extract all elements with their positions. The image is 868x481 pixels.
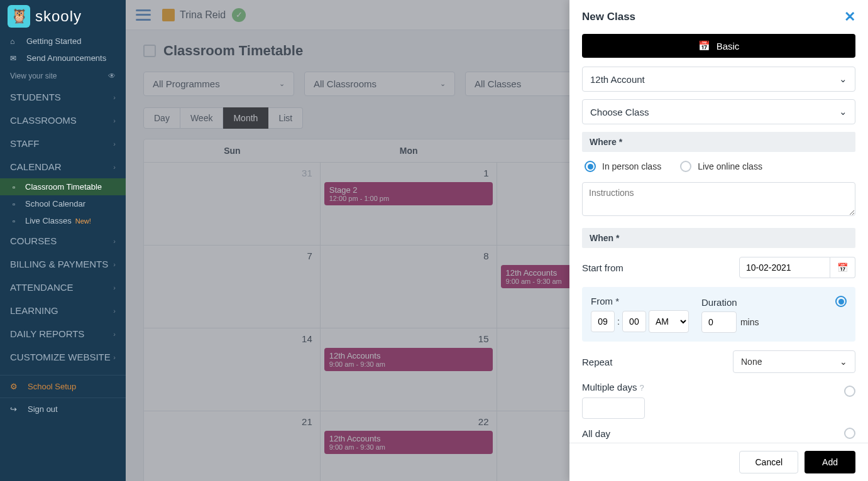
time-block: From * : AM Duration mins: [582, 287, 855, 342]
instructions-textarea[interactable]: [582, 182, 855, 216]
class-select[interactable]: Choose Class ⌄: [582, 99, 855, 124]
when-section-label: When *: [582, 228, 855, 248]
start-from-label: Start from: [582, 262, 624, 273]
chevron-right-icon: ›: [113, 94, 116, 101]
sidebar-quick-link[interactable]: ⌂Getting Started: [0, 33, 126, 50]
sidebar-section[interactable]: STUDENTS›: [0, 85, 126, 109]
where-section-label: Where *: [582, 132, 855, 152]
start-date-input[interactable]: [739, 257, 830, 278]
sidebar-section[interactable]: CUSTOMIZE WEBSITE›: [0, 345, 126, 369]
signout-link[interactable]: ↪ Sign out: [0, 397, 126, 420]
hour-input[interactable]: [591, 311, 615, 332]
dot-icon: ▫: [13, 217, 15, 225]
chevron-right-icon: ›: [113, 237, 116, 245]
logo[interactable]: 🦉 skooly: [0, 0, 126, 33]
repeat-select[interactable]: None ⌄: [733, 350, 855, 373]
mins-label: mins: [740, 317, 759, 327]
school-setup-link[interactable]: ⚙ School Setup: [0, 375, 126, 397]
dot-icon: ▫: [13, 200, 15, 208]
allday-radio[interactable]: [844, 428, 855, 439]
eye-icon: 👁: [108, 72, 116, 80]
link-icon: ✉: [10, 54, 21, 63]
duration-label: Duration: [701, 297, 759, 308]
duration-input[interactable]: [701, 311, 737, 333]
radio-icon: [585, 161, 596, 172]
chevron-down-icon: ⌄: [839, 106, 847, 117]
owl-icon: 🦉: [8, 5, 30, 28]
chevron-right-icon: ›: [113, 117, 116, 124]
sidebar: 🦉 skooly ⌂Getting Started✉Send Announcem…: [0, 0, 126, 481]
sidebar-section[interactable]: DAILY REPORTS›: [0, 322, 126, 345]
brand-text: skooly: [35, 8, 82, 25]
repeat-label: Repeat: [582, 357, 612, 367]
time-mode-radio[interactable]: [835, 296, 847, 307]
in-person-radio[interactable]: In person class: [585, 161, 661, 172]
chevron-down-icon: ⌄: [840, 357, 847, 367]
sidebar-subitem[interactable]: ▫Classroom Timetable: [0, 178, 126, 195]
chevron-right-icon: ›: [113, 330, 116, 338]
close-icon[interactable]: ✕: [844, 9, 855, 25]
minute-input[interactable]: [622, 311, 646, 332]
multiple-days-input[interactable]: [582, 397, 645, 419]
ampm-select[interactable]: AM: [649, 310, 689, 333]
calendar-icon: 📅: [837, 262, 848, 273]
multiple-days-label: Multiple days?: [582, 382, 645, 392]
help-icon[interactable]: ?: [640, 383, 644, 392]
sidebar-quick-link[interactable]: ✉Send Announcements: [0, 50, 126, 67]
chevron-right-icon: ›: [113, 284, 116, 291]
chevron-right-icon: ›: [113, 307, 116, 315]
chevron-right-icon: ›: [113, 354, 116, 361]
cancel-button[interactable]: Cancel: [739, 451, 798, 473]
calendar-icon: 📅: [698, 40, 710, 51]
basic-tab[interactable]: 📅 Basic: [582, 34, 855, 58]
date-picker-button[interactable]: 📅: [830, 257, 855, 278]
view-site-link[interactable]: View your site 👁: [0, 67, 126, 85]
sidebar-section[interactable]: CLASSROOMS›: [0, 109, 126, 132]
online-radio[interactable]: Live online class: [680, 161, 762, 172]
sidebar-subitem[interactable]: ▫Live ClassesNew!: [0, 212, 126, 229]
signout-icon: ↪: [10, 404, 21, 414]
sidebar-section[interactable]: LEARNING›: [0, 299, 126, 322]
dot-icon: ▫: [13, 183, 15, 191]
chevron-right-icon: ›: [113, 140, 116, 148]
chevron-right-icon: ›: [113, 163, 116, 171]
account-select[interactable]: 12th Account ⌄: [582, 67, 855, 92]
sidebar-section[interactable]: COURSES›: [0, 229, 126, 252]
sidebar-section[interactable]: BILLING & PAYMENTS›: [0, 252, 126, 276]
radio-icon: [680, 161, 691, 172]
sidebar-subitem[interactable]: ▫School Calendar: [0, 195, 126, 212]
sidebar-section[interactable]: STAFF›: [0, 132, 126, 155]
from-label: From *: [591, 296, 689, 306]
multiple-days-radio[interactable]: [844, 386, 855, 397]
link-icon: ⌂: [10, 37, 21, 46]
chevron-down-icon: ⌄: [839, 73, 847, 85]
gear-icon: ⚙: [10, 382, 21, 391]
panel-title: New Class: [582, 11, 635, 23]
sidebar-section[interactable]: CALENDAR›: [0, 155, 126, 178]
new-class-panel: New Class ✕ 📅 Basic 12th Account ⌄ Choos…: [569, 0, 868, 481]
allday-label: All day: [582, 428, 610, 439]
sidebar-section[interactable]: ATTENDANCE›: [0, 276, 126, 299]
chevron-right-icon: ›: [113, 261, 116, 268]
add-button[interactable]: Add: [805, 451, 855, 473]
